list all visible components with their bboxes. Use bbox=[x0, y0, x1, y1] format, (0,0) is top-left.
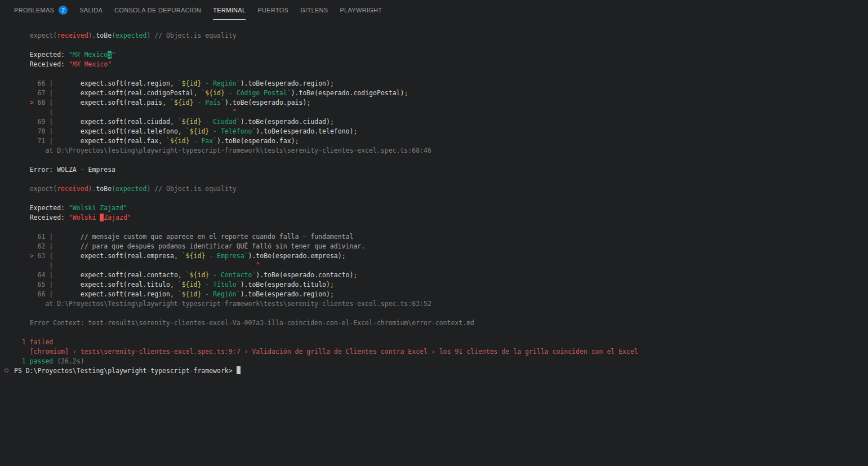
text-segment bbox=[182, 127, 186, 135]
text-segment: , bbox=[170, 79, 174, 87]
terminal-line: Error Context: test-results\serenity-cli… bbox=[14, 318, 868, 328]
text-segment: 64 | bbox=[14, 271, 53, 279]
text-segment: ${id} bbox=[174, 99, 194, 106]
text-segment: Expected: bbox=[14, 204, 69, 212]
text-segment: [chromium] › tests\serenity-clientes-exc… bbox=[14, 348, 638, 356]
terminal-cursor bbox=[237, 366, 241, 374]
tab-gitlens[interactable]: GITLENS bbox=[300, 1, 328, 20]
terminal-line: 61 | // mensaje custom que aparece en el… bbox=[14, 232, 868, 242]
text-segment: 68 | bbox=[34, 99, 54, 106]
text-segment: ${id} bbox=[182, 79, 202, 87]
text-segment: 61 | bbox=[14, 233, 53, 241]
text-segment: ^ bbox=[233, 108, 237, 116]
text-segment: , bbox=[170, 118, 174, 126]
terminal-line bbox=[14, 223, 868, 232]
text-segment: expect.soft(real.fax bbox=[53, 137, 158, 145]
text-segment: - Región` bbox=[201, 79, 240, 87]
terminal-output[interactable]: expect(received).toBe(expected) // Objec… bbox=[0, 20, 868, 376]
text-segment: ).toBe(esperado.codigoPostal) bbox=[291, 89, 404, 97]
text-segment: ). bbox=[88, 32, 96, 39]
text-segment: expect.soft(real.codigoPostal bbox=[53, 89, 193, 97]
tab-label: SALIDA bbox=[79, 7, 103, 14]
text-segment: 63 | bbox=[34, 252, 54, 260]
text-segment: ; bbox=[295, 137, 299, 145]
terminal-line: 65 | expect.soft(real.titulo, `${id} - T… bbox=[14, 280, 868, 290]
text-segment: - Ciudad` bbox=[201, 118, 240, 126]
text-segment: Mexico bbox=[81, 51, 108, 59]
terminal-line bbox=[14, 175, 868, 184]
text-segment bbox=[174, 290, 178, 298]
text-segment: MX bbox=[73, 51, 81, 59]
text-segment: ).toBe(esperado.contacto) bbox=[256, 271, 353, 279]
terminal-line: | ^ bbox=[14, 261, 868, 270]
terminal-line: expect(received).toBe(expected) // Objec… bbox=[14, 184, 868, 194]
tab-label: PUERTOS bbox=[257, 7, 288, 14]
text-segment: 71 | bbox=[14, 137, 53, 145]
text-segment: - Título` bbox=[201, 281, 240, 289]
text-segment: - Teléfono` bbox=[209, 127, 256, 135]
text-segment: ${id} bbox=[205, 89, 225, 97]
text-segment: ; bbox=[353, 271, 357, 279]
text-segment: received bbox=[57, 185, 88, 193]
text-segment: , bbox=[174, 252, 178, 260]
text-segment: Error Context: test-results\serenity-cli… bbox=[14, 319, 474, 327]
tab-problemas[interactable]: PROBLEMAS2 bbox=[14, 1, 68, 20]
terminal-prompt-line: PS D:\Proyectos\Testing\playwright-types… bbox=[14, 366, 868, 376]
command-decoration-icon bbox=[5, 369, 8, 372]
text-segment: , bbox=[178, 271, 182, 279]
vscode-panel: { "colors":{ "bg":"#1f2021", "fg":"#d6d6… bbox=[0, 0, 868, 466]
text-segment: expect.soft(real.telefono bbox=[53, 127, 178, 135]
text-segment: ` bbox=[166, 137, 170, 145]
text-segment bbox=[174, 281, 178, 289]
tab-label: TERMINAL bbox=[213, 7, 246, 14]
text-segment: // para que después podamos identificar … bbox=[53, 242, 365, 250]
text-segment: ` bbox=[178, 79, 182, 87]
text-segment: ${id} bbox=[190, 271, 210, 279]
text-segment: ; bbox=[404, 89, 408, 97]
terminal-line: 66 | expect.soft(real.region, `${id} - R… bbox=[14, 79, 868, 88]
text-segment: expect.soft(real.region bbox=[53, 79, 170, 87]
problems-count-badge: 2 bbox=[59, 6, 68, 15]
text-segment: ; bbox=[330, 79, 334, 87]
text-segment bbox=[174, 118, 178, 126]
text-segment: ).toBe(esperado.titulo) bbox=[241, 281, 330, 289]
text-segment: // Object.is equality bbox=[150, 32, 236, 39]
tab-terminal[interactable]: TERMINAL bbox=[213, 1, 246, 20]
text-segment: 1 passed bbox=[14, 357, 53, 365]
text-segment: Error: WOLZA - Empresa bbox=[14, 166, 115, 174]
text-segment: expected bbox=[115, 32, 146, 39]
text-segment bbox=[178, 252, 182, 260]
text-segment bbox=[166, 99, 170, 106]
terminal-line: 64 | expect.soft(real.contacto, `${id} -… bbox=[14, 270, 868, 280]
tab-consola-de-depuracion[interactable]: CONSOLA DE DEPURACIÓN bbox=[114, 1, 201, 20]
text-segment: , bbox=[170, 281, 174, 289]
text-segment: ). bbox=[88, 185, 96, 193]
text-segment: ` bbox=[186, 127, 190, 135]
text-segment: ` bbox=[186, 271, 190, 279]
text-segment: - Región` bbox=[201, 290, 240, 298]
text-segment: ; bbox=[306, 99, 310, 106]
text-segment: ).toBe(esperado.region) bbox=[241, 290, 330, 298]
text-segment: ).toBe(esperado.pais) bbox=[225, 99, 306, 106]
terminal-line: Received: "MX Mexico" bbox=[14, 60, 868, 69]
text-segment bbox=[53, 108, 233, 116]
text-segment: expect.soft(real.empresa bbox=[53, 252, 174, 260]
text-segment: expect( bbox=[14, 32, 57, 39]
text-segment: , bbox=[178, 127, 182, 135]
text-segment: 62 | bbox=[14, 242, 53, 250]
text-segment bbox=[14, 99, 30, 106]
terminal-line bbox=[14, 69, 868, 79]
tab-playwright[interactable]: PLAYWRIGHT bbox=[340, 1, 382, 20]
text-segment: ).toBe(esperado.fax) bbox=[217, 137, 295, 145]
text-segment: ; bbox=[353, 127, 357, 135]
text-segment: - Contacto` bbox=[209, 271, 256, 279]
text-segment: expect.soft(real.pais bbox=[53, 99, 162, 106]
tab-salida[interactable]: SALIDA bbox=[79, 1, 103, 20]
text-segment: ).toBe(esperado.empresa) bbox=[248, 252, 342, 260]
text-segment: ${id} bbox=[170, 137, 190, 145]
terminal-line bbox=[14, 41, 868, 50]
text-segment: "Wolski bbox=[69, 214, 100, 221]
text-segment: ).toBe(esperado.ciudad) bbox=[241, 118, 330, 126]
text-segment: ` bbox=[178, 290, 182, 298]
tab-puertos[interactable]: PUERTOS bbox=[257, 1, 288, 20]
